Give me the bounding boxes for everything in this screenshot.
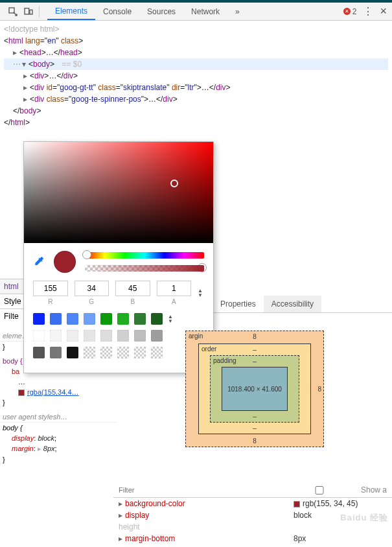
rule-ua: user agent stylesh… (0, 412, 117, 423)
tab-elements[interactable]: Elements (47, 3, 95, 20)
computed-row[interactable]: height (113, 521, 392, 533)
color-value[interactable]: rgba(155,34,4… (27, 388, 79, 396)
palette-swatch[interactable] (50, 313, 62, 325)
tab-properties[interactable]: Properties (213, 296, 264, 312)
head-node[interactable]: ▸<head>…</head> (4, 47, 388, 58)
alpha-slider[interactable] (85, 265, 204, 272)
tab-accessibility[interactable]: Accessibility (264, 296, 321, 312)
input-b[interactable] (115, 281, 150, 296)
error-icon: ✕ (343, 8, 351, 15)
content-box[interactable]: 1018.400 × 41.600 (222, 367, 288, 411)
input-r[interactable] (33, 281, 68, 296)
palette-swatch[interactable] (100, 330, 112, 342)
format-toggle[interactable]: ▲▼ (198, 288, 204, 297)
rule-selector[interactable]: body { (3, 357, 23, 365)
palette-swatch[interactable] (33, 330, 45, 342)
palette-swatch[interactable] (84, 347, 95, 358)
show-all-checkbox[interactable] (281, 486, 358, 495)
palette-swatch[interactable] (117, 313, 129, 325)
tab-sources[interactable]: Sources (139, 3, 183, 20)
rgba-inputs: R G B A ▲▼ (24, 278, 213, 307)
palette-swatch[interactable] (100, 313, 112, 325)
palette-swatch[interactable] (134, 313, 146, 325)
computed-row[interactable]: ▸displayblock (113, 509, 392, 521)
eyedropper-icon[interactable] (33, 255, 45, 269)
input-a[interactable] (157, 281, 192, 296)
devtools-toolbar: Elements Console Sources Network » ✕ 2 ⋮… (0, 3, 392, 21)
palette-swatch[interactable] (151, 330, 163, 342)
div-node-2[interactable]: ▸<div id="goog-gt-tt" class="skiptransla… (4, 82, 388, 93)
current-color-swatch[interactable] (54, 251, 76, 273)
color-swatch[interactable] (18, 390, 25, 396)
computed-row[interactable]: ▸margin-bottom8px (113, 533, 392, 544)
html-open[interactable]: <html lang="en" class> (4, 35, 388, 47)
device-toggle-icon[interactable] (21, 4, 36, 19)
palette-swatch[interactable] (134, 330, 146, 342)
error-count[interactable]: ✕ 2 (343, 7, 357, 16)
palette-swatch[interactable] (151, 313, 163, 325)
tab-console[interactable]: Console (95, 3, 139, 20)
saturation-cursor[interactable] (170, 180, 178, 187)
palette-swatch[interactable] (33, 347, 45, 358)
palette-swatch[interactable] (134, 347, 146, 358)
palette-swatch[interactable] (33, 313, 45, 325)
box-model[interactable]: argin 8 8 8 order – – padding – – 1018.4… (185, 331, 324, 447)
computed-filter[interactable] (119, 486, 208, 494)
palette-swatch[interactable] (117, 330, 129, 342)
tab-network[interactable]: Network (183, 3, 227, 20)
computed-pane: Show a ▸background-colorrgb(155, 34, 45)… (113, 483, 392, 544)
computed-row[interactable]: ▸background-colorrgb(155, 34, 45) (113, 498, 392, 509)
palette-swatch[interactable] (67, 313, 78, 325)
dom-tree: <!doctype html> <html lang="en" class> ▸… (0, 21, 392, 131)
svg-rect-1 (25, 8, 29, 14)
saturation-field[interactable] (24, 142, 213, 243)
palette-swatch[interactable] (100, 347, 112, 358)
div-node-1[interactable]: ▸<div>…</div> (4, 70, 388, 82)
palette-swatch[interactable] (151, 347, 163, 358)
palette-swatch[interactable] (50, 347, 62, 358)
palette-swatch[interactable] (67, 347, 78, 358)
palette-swatch[interactable] (67, 330, 78, 342)
tabs-overflow[interactable]: » (227, 3, 248, 20)
div-node-3[interactable]: ▸<div class="goog-te-spinner-pos">…</div… (4, 93, 388, 105)
close-icon[interactable]: × (380, 5, 387, 18)
devtools-tabs: Elements Console Sources Network » (47, 3, 248, 20)
html-close[interactable]: </html> (4, 117, 388, 128)
doctype[interactable]: <!doctype html> (4, 23, 388, 35)
hue-slider[interactable] (85, 252, 204, 259)
input-g[interactable] (75, 281, 110, 296)
body-close[interactable]: </body> (4, 105, 388, 117)
palette-swatch[interactable] (50, 330, 62, 342)
palette-swatch[interactable] (84, 313, 95, 325)
svg-rect-2 (30, 10, 32, 14)
palette-toggle[interactable]: ▲▼ (168, 314, 174, 323)
palette-swatch[interactable] (117, 347, 129, 358)
body-node[interactable]: ⋯▾<body> == $0 (4, 58, 388, 70)
inspect-icon[interactable] (5, 4, 21, 19)
palette-swatch[interactable] (84, 330, 95, 342)
menu-icon[interactable]: ⋮ (363, 5, 373, 17)
sidebar-tabs: Properties Accessibility (213, 296, 392, 313)
